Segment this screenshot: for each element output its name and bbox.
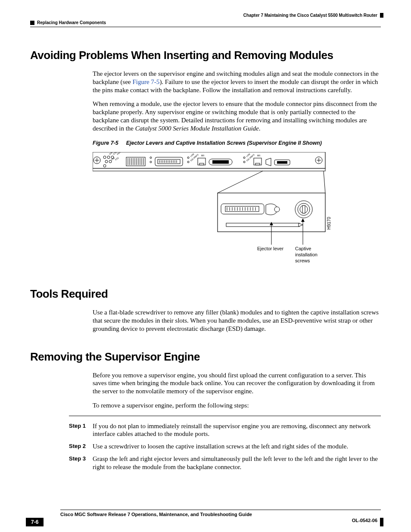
svg-rect-67 [225,206,259,212]
svg-point-10 [103,165,106,167]
svg-line-63 [218,171,263,193]
figure-id: H9170 [327,217,331,230]
svg-rect-56 [255,163,260,165]
svg-point-43 [187,161,189,163]
heading-avoiding-problems: Avoiding Problems When Inserting and Rem… [30,49,381,62]
heading-tools-required: Tools Required [30,287,381,301]
callout-captive-3: screws [295,258,310,263]
svg-rect-59 [277,161,287,164]
figure-title: Ejector Levers and Captive Installation … [126,140,322,146]
callout-captive-2: installation [295,252,318,257]
svg-rect-85 [226,223,299,227]
step-row-2: Step 2 Use a screwdriver to loosen the c… [69,442,381,451]
step-text: If you do not plan to immediately reinst… [93,422,381,439]
svg-rect-84 [302,205,305,213]
svg-point-5 [103,156,106,159]
svg-point-42 [187,157,189,159]
svg-text:MII: MII [257,154,260,157]
figure-reference-link[interactable]: Figure 7-5 [132,78,159,85]
step-row-1: Step 1 If you do not plan to immediately… [69,422,381,439]
step-label: Step 3 [69,455,93,471]
document-id: OL-0542-06 [352,518,383,526]
para-s1-2: When removing a module, use the ejector … [93,100,381,132]
svg-point-51 [243,157,245,159]
svg-point-9 [109,160,112,163]
svg-rect-16 [126,157,145,166]
steps-rule [69,416,381,416]
para-s3-2: To remove a supervisor engine, perform t… [93,401,381,410]
header-rule [30,27,381,27]
svg-point-28 [150,161,152,163]
svg-rect-50 [212,160,229,164]
svg-point-52 [243,161,245,163]
header-chapter: Chapter 7 Maintaining the Cisco Catalyst… [30,13,383,18]
page-number: 7-6 [26,518,44,526]
figure-illustration: SWITCH STATUS FAN PS1 PS2 [93,152,334,268]
footer-rule [60,510,381,510]
para-s2-1: Use a flat-blade screwdriver to remove a… [93,308,381,333]
para-s1-1: The ejector levers on the supervisor eng… [93,70,381,94]
citation-title: Catalyst 5000 Series Module Installation… [135,125,259,132]
svg-point-80 [274,207,280,212]
step-text: Use a screwdriver to loosen the captive … [93,442,381,451]
header-subsection: Replacing Hardware Components [30,20,381,25]
figure-caption: Figure 7-5Ejector Levers and Captive Ins… [93,140,381,146]
svg-rect-47 [199,163,204,165]
callout-ejector-lever: Ejector lever [257,246,283,251]
svg-point-8 [105,160,108,163]
footer-guide-title: Cisco MGC Software Release 7 Operations,… [60,512,381,517]
heading-removing-supervisor: Removing the Supervisor Engine [30,350,381,364]
svg-text:MII: MII [201,154,204,157]
step-text: Grasp the left and right ejector levers … [93,455,381,471]
figure-number: Figure 7-5 [93,140,118,146]
svg-line-64 [324,171,325,193]
callout-captive-1: Captive [295,246,311,251]
step-row-3: Step 3 Grasp the left and right ejector … [69,455,381,471]
svg-rect-1 [93,168,325,171]
para-s3-1: Before you remove a supervisor engine, y… [93,371,381,395]
svg-point-6 [107,156,110,159]
step-label: Step 1 [69,422,93,439]
svg-point-27 [150,157,152,159]
step-label: Step 2 [69,442,93,451]
text: . [259,125,261,132]
